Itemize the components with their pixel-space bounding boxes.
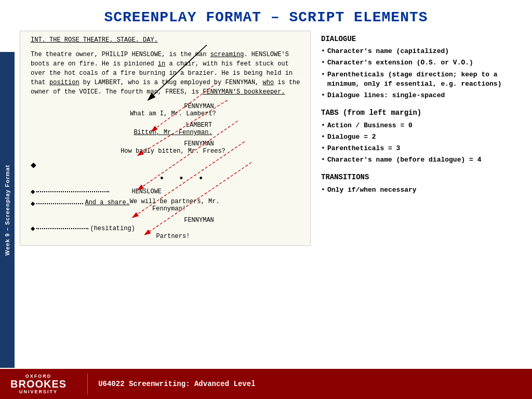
ellipsis: • • • (62, 174, 305, 184)
char-name-fennyman1: FENNYMAN (93, 103, 305, 110)
script-block-2: LAMBERT Bitten, Mr. Fennyman. (31, 122, 305, 136)
footer-brookes: BROOKES (10, 379, 66, 389)
script-location: INT. THE ROSE THEATRE. STAGE. DAY. (31, 36, 305, 44)
dialogue-fennyman2: How badly bitten, Mr. Frees? (62, 148, 284, 155)
script-block-1: FENNYMAN What am I, Mr. Lambert? (31, 103, 305, 117)
tabs-title: TABS (from left margin) (321, 108, 521, 118)
footer-university: UNIVERSITY (19, 389, 58, 394)
dialogue-lambert: Bitten, Mr. Fennyman. (62, 129, 284, 136)
dialogue-fennyman1: What am I, Mr. Lambert? (62, 110, 284, 117)
footer-divider (87, 374, 88, 394)
char-name-fennyman2: FENNYMAN (93, 140, 305, 148)
sidebar-label: Week 9 – Screenplay Format (0, 52, 15, 368)
transitions-title: TRANSITIONS (321, 172, 521, 182)
tabs-item-4: Character's name (before dialogue) = 4 (321, 155, 521, 165)
notes-panel: DIALOGUE Character's name (capitalized) … (311, 31, 527, 367)
char-name-fennyman3: FENNYMAN (93, 217, 305, 224)
main-content: INT. THE ROSE THEATRE. STAGE. DAY. The t… (15, 31, 532, 367)
dialogue-item-3: Parentheticals (stage direction; keep to… (321, 70, 521, 89)
dialogue-fennyman3: Partners! (62, 233, 284, 240)
footer-course: U64022 Screenwriting: Advanced Level (98, 380, 255, 388)
tabs-section: TABS (from left margin) Action / Busines… (321, 108, 521, 165)
tabs-item-1: Action / Business = 0 (321, 121, 521, 130)
dotted-marker-2: ◆ And a share. We will be partners, Mr. … (31, 198, 305, 212)
footer-logo: OXFORD BROOKES UNIVERSITY (10, 374, 66, 394)
transitions-list: Only if/when necessary (321, 185, 521, 195)
dotted-marker-1: ◆ HENSLOWE (31, 187, 305, 196)
page-title: SCREENPLAY FORMAT – SCRIPT ELEMENTS (0, 0, 532, 31)
tabs-list: Action / Business = 0 Dialogue = 2 Paren… (321, 121, 521, 165)
script-block-3: FENNYMAN How badly bitten, Mr. Frees? (31, 140, 305, 155)
dotted-marker-3: ◆ (hesitating) (31, 224, 305, 233)
transitions-section: TRANSITIONS Only if/when necessary (321, 172, 521, 194)
footer: OXFORD BROOKES UNIVERSITY U64022 Screenw… (0, 369, 532, 399)
dialogue-item-2: Character's extension (O.S. or V.O.) (321, 58, 521, 68)
script-action: The theatre owner, PHILLIP HENSLOWE, is … (31, 50, 305, 97)
dialogue-item-1: Character's name (capitalized) (321, 47, 521, 56)
dialogue-item-4: Dialogue lines: single-spaced (321, 91, 521, 100)
script-block-paren: FENNYMAN ◆ (hesitating) Partners! (31, 217, 305, 240)
char-name-lambert: LAMBERT (93, 122, 305, 129)
dialogue-title: DIALOGUE (321, 34, 521, 44)
transitions-item-1: Only if/when necessary (321, 185, 521, 195)
tabs-item-3: Parentheticals = 3 (321, 144, 521, 153)
action-marker-1: ◆ (31, 159, 305, 170)
script-panel: INT. THE ROSE THEATRE. STAGE. DAY. The t… (20, 31, 311, 367)
dialogue-list: Character's name (capitalized) Character… (321, 47, 521, 100)
tabs-item-2: Dialogue = 2 (321, 132, 521, 142)
